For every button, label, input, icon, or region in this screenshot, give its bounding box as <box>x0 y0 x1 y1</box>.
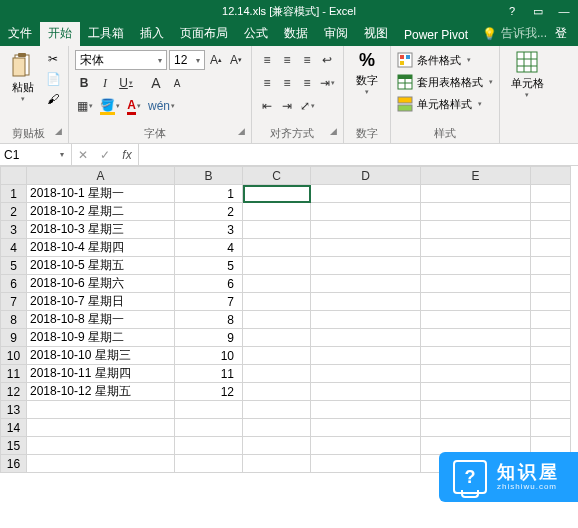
paste-button[interactable]: 粘贴 ▾ <box>6 50 40 108</box>
cell[interactable] <box>421 401 531 419</box>
font-color-small[interactable]: A <box>168 73 186 93</box>
row-header[interactable]: 8 <box>1 311 27 329</box>
cell[interactable] <box>531 311 571 329</box>
font-launcher[interactable]: ◢ <box>238 126 245 136</box>
align-launcher[interactable]: ◢ <box>330 126 337 136</box>
increase-indent-button[interactable]: ⇥ <box>278 96 296 116</box>
orientation-button[interactable]: ⤢▾ <box>298 96 317 116</box>
bold-button[interactable]: B <box>75 73 93 93</box>
tab-insert[interactable]: 插入 <box>132 21 172 46</box>
cell[interactable] <box>311 221 421 239</box>
cancel-formula-button[interactable]: ✕ <box>72 148 94 162</box>
tell-me[interactable]: 💡 告诉我... <box>476 21 553 46</box>
phonetic-button[interactable]: wén▾ <box>146 96 177 116</box>
tab-home[interactable]: 开始 <box>40 21 80 46</box>
cell[interactable]: 2018-10-6 星期六 <box>27 275 175 293</box>
align-right-button[interactable]: ≡ <box>298 73 316 93</box>
clipboard-launcher[interactable]: ◢ <box>55 126 62 136</box>
col-header-F[interactable] <box>531 167 571 185</box>
tab-page-layout[interactable]: 页面布局 <box>172 21 236 46</box>
cell[interactable] <box>421 221 531 239</box>
font-size-combo[interactable]: 12▾ <box>169 50 205 70</box>
cell[interactable]: 4 <box>175 239 243 257</box>
enter-formula-button[interactable]: ✓ <box>94 148 116 162</box>
decrease-indent-button[interactable]: ⇤ <box>258 96 276 116</box>
italic-button[interactable]: I <box>96 73 114 93</box>
cell[interactable] <box>421 257 531 275</box>
col-header-E[interactable]: E <box>421 167 531 185</box>
cell[interactable] <box>531 275 571 293</box>
row-header[interactable]: 10 <box>1 347 27 365</box>
row-header[interactable]: 14 <box>1 419 27 437</box>
cell[interactable] <box>243 203 311 221</box>
cell[interactable] <box>531 329 571 347</box>
merge-center-button[interactable]: ⇥▾ <box>318 73 337 93</box>
cell[interactable] <box>421 293 531 311</box>
row-header[interactable]: 7 <box>1 293 27 311</box>
cell[interactable]: 2018-10-3 星期三 <box>27 221 175 239</box>
cell[interactable]: 2018-10-1 星期一 <box>27 185 175 203</box>
conditional-format-button[interactable]: 条件格式▾ <box>397 50 493 70</box>
cell[interactable] <box>421 275 531 293</box>
align-center-button[interactable]: ≡ <box>278 73 296 93</box>
cell[interactable] <box>243 401 311 419</box>
cell[interactable] <box>531 293 571 311</box>
underline-button[interactable]: U▾ <box>117 73 135 93</box>
cell[interactable] <box>175 455 243 473</box>
cell[interactable] <box>311 329 421 347</box>
format-painter-button[interactable]: 🖌 <box>44 90 62 108</box>
formula-input[interactable] <box>139 144 578 165</box>
col-header-A[interactable]: A <box>27 167 175 185</box>
cell[interactable] <box>531 203 571 221</box>
cell[interactable]: 2018-10-9 星期二 <box>27 329 175 347</box>
help-icon[interactable]: ? <box>502 5 522 18</box>
cell[interactable]: 2018-10-5 星期五 <box>27 257 175 275</box>
cell[interactable] <box>243 437 311 455</box>
cell[interactable] <box>175 419 243 437</box>
tab-view[interactable]: 视图 <box>356 21 396 46</box>
cell[interactable] <box>531 383 571 401</box>
cell[interactable] <box>311 203 421 221</box>
cell[interactable] <box>311 239 421 257</box>
border-button[interactable]: ▦▾ <box>75 96 95 116</box>
cell[interactable] <box>311 401 421 419</box>
align-bottom-button[interactable]: ≡ <box>298 50 316 70</box>
cell[interactable]: 2018-10-8 星期一 <box>27 311 175 329</box>
cell[interactable] <box>421 311 531 329</box>
cell[interactable] <box>27 437 175 455</box>
format-as-table-button[interactable]: 套用表格格式▾ <box>397 72 493 92</box>
grow-font-button[interactable]: A▴ <box>207 50 225 70</box>
cell[interactable] <box>311 437 421 455</box>
cell[interactable] <box>311 257 421 275</box>
cell[interactable] <box>175 401 243 419</box>
cell[interactable] <box>421 383 531 401</box>
cell[interactable] <box>243 311 311 329</box>
number-format-button[interactable]: % 数字 ▾ <box>350 50 384 96</box>
cell[interactable]: 7 <box>175 293 243 311</box>
cell[interactable] <box>243 365 311 383</box>
row-header[interactable]: 5 <box>1 257 27 275</box>
cell[interactable] <box>531 419 571 437</box>
cell-styles-button[interactable]: 单元格样式▾ <box>397 94 493 114</box>
cell[interactable] <box>531 257 571 275</box>
cell[interactable] <box>421 329 531 347</box>
cell[interactable]: 1 <box>175 185 243 203</box>
cell[interactable] <box>311 365 421 383</box>
cell[interactable] <box>243 185 311 203</box>
tab-file[interactable]: 文件 <box>0 21 40 46</box>
tab-toolbox[interactable]: 工具箱 <box>80 21 132 46</box>
cell[interactable] <box>243 221 311 239</box>
cell[interactable] <box>531 365 571 383</box>
cell[interactable]: 9 <box>175 329 243 347</box>
sign-in[interactable]: 登 <box>553 21 575 46</box>
cell[interactable] <box>531 239 571 257</box>
tab-review[interactable]: 审阅 <box>316 21 356 46</box>
cell[interactable]: 2018-10-2 星期二 <box>27 203 175 221</box>
cell[interactable] <box>311 419 421 437</box>
align-left-button[interactable]: ≡ <box>258 73 276 93</box>
cell[interactable] <box>311 455 421 473</box>
cell[interactable] <box>421 365 531 383</box>
cell[interactable]: 5 <box>175 257 243 275</box>
name-box-dropdown[interactable]: ▾ <box>56 150 68 159</box>
cell[interactable] <box>311 383 421 401</box>
